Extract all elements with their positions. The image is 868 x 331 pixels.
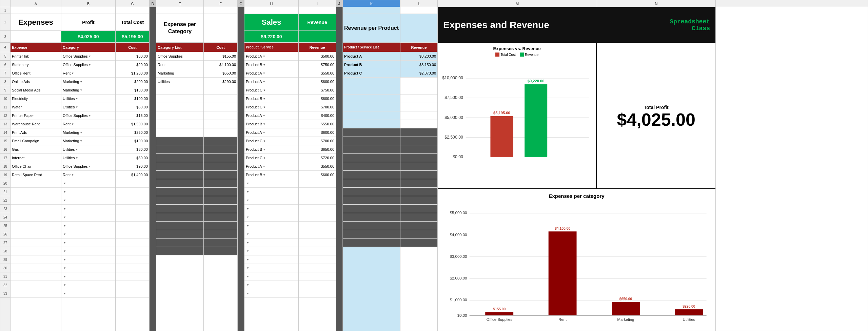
cost-row-2[interactable]: $1,200.00 (116, 69, 149, 78)
row-33-num[interactable]: 33 (0, 289, 10, 298)
rev-row-3[interactable]: $600.00 (299, 78, 336, 86)
row-8-num[interactable]: 8 (0, 78, 10, 86)
row-5-num[interactable]: 5 (0, 52, 10, 61)
expense-row-2[interactable]: Office Rent (11, 69, 61, 78)
row-3-num[interactable]: 3 (0, 31, 10, 43)
cat-row-2[interactable]: Rent ▼ (61, 69, 115, 78)
rev-row-0[interactable]: $500.00 (299, 52, 336, 61)
expense-row-6[interactable]: Water (11, 103, 61, 111)
rpp-2[interactable]: Product C (343, 69, 400, 78)
row-14-num[interactable]: 14 (0, 128, 10, 137)
row-21-num[interactable]: 21 (0, 188, 10, 196)
expense-row-10[interactable]: Email Campaign (11, 137, 61, 145)
row-17-num[interactable]: 17 (0, 154, 10, 162)
cost-row-12[interactable]: $60.00 (116, 154, 149, 162)
sales-row-14[interactable]: Product B ▼ (244, 171, 298, 179)
rev-row-5[interactable]: $600.00 (299, 95, 336, 103)
sales-row-2[interactable]: Product A ▼ (244, 69, 298, 78)
rpp-0[interactable]: Product A (343, 52, 400, 61)
row-4-num[interactable]: 4 (0, 43, 10, 52)
cat-list-3[interactable]: Utilities (156, 78, 203, 86)
cat-row-9[interactable]: Marketing ▼ (61, 128, 115, 137)
rpp-rev-1[interactable]: $3,150.00 (400, 61, 437, 69)
cat-row-4[interactable]: Marketing ▼ (61, 86, 115, 95)
sales-row-4[interactable]: Product C ▼ (244, 86, 298, 95)
col-m-header[interactable]: M (438, 0, 597, 7)
rev-row-7[interactable]: $400.00 (299, 111, 336, 120)
row-29-num[interactable]: 29 (0, 255, 10, 264)
rev-row-4[interactable]: $750.00 (299, 86, 336, 95)
row-16-num[interactable]: 16 (0, 145, 10, 154)
cost-row-10[interactable]: $100.00 (116, 137, 149, 145)
sales-row-9[interactable]: Product A ▼ (244, 128, 298, 137)
row-31-num[interactable]: 31 (0, 272, 10, 281)
row-11-num[interactable]: 11 (0, 103, 10, 111)
expense-row-9[interactable]: Print Ads (11, 128, 61, 137)
cost-row-11[interactable]: $80.00 (116, 145, 149, 154)
cat-row-0[interactable]: Office Supplies ▼ (61, 52, 115, 61)
col-g-header[interactable]: G (238, 0, 244, 7)
cat-row-11[interactable]: Utilities ▼ (61, 145, 115, 154)
cost-row-6[interactable]: $50.00 (116, 103, 149, 111)
expense-row-1[interactable]: Stationery (11, 61, 61, 69)
cost-row-1[interactable]: $20.00 (116, 61, 149, 69)
sales-row-3[interactable]: Product A ▼ (244, 78, 298, 86)
cat-row-6[interactable]: Utilities ▼ (61, 103, 115, 111)
cat-row-13[interactable]: Office Supplies ▼ (61, 162, 115, 171)
expense-row-11[interactable]: Gas (11, 145, 61, 154)
row-25-num[interactable]: 25 (0, 222, 10, 230)
row-32-num[interactable]: 32 (0, 281, 10, 289)
cat-row-12[interactable]: Utilities ▼ (61, 154, 115, 162)
sales-row-0[interactable]: Product A ▼ (244, 52, 298, 61)
rev-row-2[interactable]: $550.00 (299, 69, 336, 78)
expense-row-0[interactable]: Printer Ink (11, 52, 61, 61)
cat-row-10[interactable]: Marketing ▼ (61, 137, 115, 145)
cat-row-7[interactable]: Office Supplies ▼ (61, 111, 115, 120)
sales-row-11[interactable]: Product B ▼ (244, 145, 298, 154)
rev-row-10[interactable]: $700.00 (299, 137, 336, 145)
row-10-num[interactable]: 10 (0, 95, 10, 103)
rev-row-6[interactable]: $700.00 (299, 103, 336, 111)
cat-list-0[interactable]: Office Supplies (156, 52, 203, 61)
rev-row-8[interactable]: $550.00 (299, 120, 336, 128)
rev-row-1[interactable]: $750.00 (299, 61, 336, 69)
cat-row-1[interactable]: Office Supplies ▼ (61, 61, 115, 69)
row-23-num[interactable]: 23 (0, 205, 10, 213)
col-c-header[interactable]: C (116, 0, 150, 7)
expense-row-12[interactable]: Internet (11, 154, 61, 162)
rev-row-9[interactable]: $600.00 (299, 128, 336, 137)
row-1-num[interactable]: 1 (0, 7, 10, 14)
rpp-1[interactable]: Product B (343, 61, 400, 69)
row-6-num[interactable]: 6 (0, 61, 10, 69)
row-24-num[interactable]: 24 (0, 213, 10, 222)
expense-row-4[interactable]: Social Media Ads (11, 86, 61, 95)
row-30-num[interactable]: 30 (0, 264, 10, 272)
cat-row-8[interactable]: Rent ▼ (61, 120, 115, 128)
cost-row-7[interactable]: $15.00 (116, 111, 149, 120)
sales-row-13[interactable]: Product A ▼ (244, 162, 298, 171)
rpp-rev-0[interactable]: $3,200.00 (400, 52, 437, 61)
col-a-header[interactable]: A (11, 0, 61, 7)
row-2-num[interactable]: 2 (0, 14, 10, 31)
rev-row-12[interactable]: $720.00 (299, 154, 336, 162)
sales-row-6[interactable]: Product C ▼ (244, 103, 298, 111)
expense-row-3[interactable]: Online Ads (11, 78, 61, 86)
cost-row-0[interactable]: $30.00 (116, 52, 149, 61)
exp-cat-cost-1[interactable]: $4,100.00 (204, 61, 237, 69)
cost-row-4[interactable]: $100.00 (116, 86, 149, 95)
col-j-header[interactable]: J (336, 0, 343, 7)
col-f-header[interactable]: F (204, 0, 238, 7)
row-26-num[interactable]: 26 (0, 230, 10, 239)
row-19-num[interactable]: 19 (0, 171, 10, 179)
col-b-header[interactable]: B (61, 0, 116, 7)
rev-row-13[interactable]: $550.00 (299, 162, 336, 171)
rpp-rev-2[interactable]: $2,870.00 (400, 69, 437, 78)
col-l-header[interactable]: L (400, 0, 438, 7)
sales-row-1[interactable]: Product B ▼ (244, 61, 298, 69)
row-7-num[interactable]: 7 (0, 69, 10, 78)
rev-row-11[interactable]: $650.00 (299, 145, 336, 154)
expense-row-13[interactable]: Office Chair (11, 162, 61, 171)
sales-row-7[interactable]: Product A ▼ (244, 111, 298, 120)
expense-row-8[interactable]: Warehouse Rent (11, 120, 61, 128)
row-12-num[interactable]: 12 (0, 111, 10, 120)
